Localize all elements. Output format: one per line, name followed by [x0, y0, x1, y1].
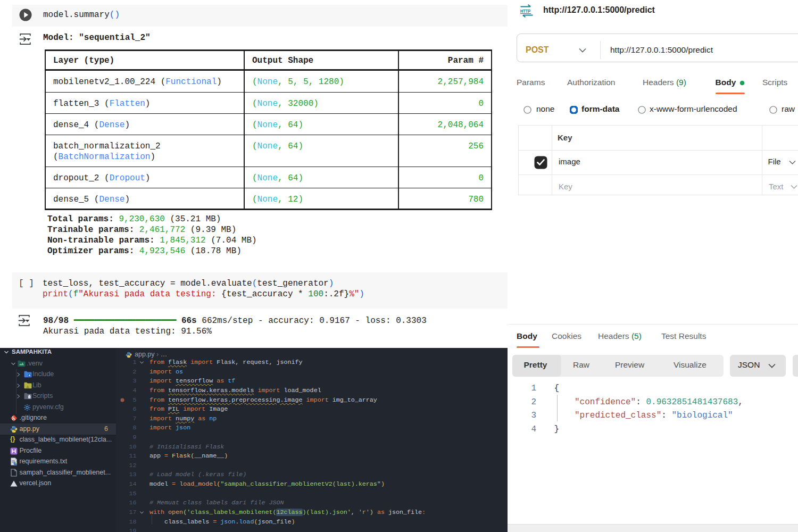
svg-text:HTTP: HTTP	[520, 8, 531, 14]
